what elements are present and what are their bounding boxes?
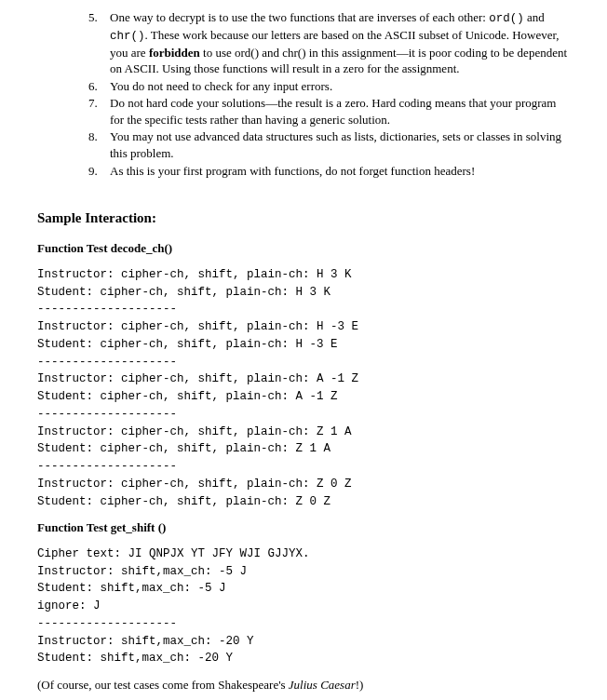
list-item: You may not use advanced data structures… xyxy=(101,128,570,161)
test-getshift-header: Function Test get_shift () xyxy=(37,519,570,536)
footnote-prefix: (Of course, our test cases come from Sha… xyxy=(37,678,289,692)
code-chr: chr() xyxy=(110,30,145,43)
code-ord: ord() xyxy=(489,12,524,25)
text: and xyxy=(524,10,545,24)
list-item: One way to decrypt is to use the two fun… xyxy=(101,9,570,77)
list-item: As this is your first program with funct… xyxy=(101,163,570,180)
footnote: (Of course, our test cases come from Sha… xyxy=(37,677,570,693)
test-decode-output: Instructor: cipher-ch, shift, plain-ch: … xyxy=(37,266,570,511)
list-item: You do not need to check for any input e… xyxy=(101,78,570,95)
instruction-list: One way to decrypt is to use the two fun… xyxy=(37,9,570,179)
text: As this is your first program with funct… xyxy=(110,164,475,178)
section-heading: Sample Interaction: xyxy=(37,209,570,227)
test-decode-header: Function Test decode_ch() xyxy=(37,240,570,257)
bold-word: forbidden xyxy=(149,46,200,60)
footnote-italic: Julius Caesar xyxy=(289,678,356,692)
test-getshift-output: Cipher text: JI QNPJX YT JFY WJI GJJYX. … xyxy=(37,545,570,667)
list-item: Do not hard code your solutions—the resu… xyxy=(101,95,570,128)
text: Do not hard code your solutions—the resu… xyxy=(110,96,556,127)
text: You may not use advanced data structures… xyxy=(110,129,561,160)
text: You do not need to check for any input e… xyxy=(110,79,332,93)
text: One way to decrypt is to use the two fun… xyxy=(110,10,489,24)
footnote-suffix: !) xyxy=(356,678,364,692)
